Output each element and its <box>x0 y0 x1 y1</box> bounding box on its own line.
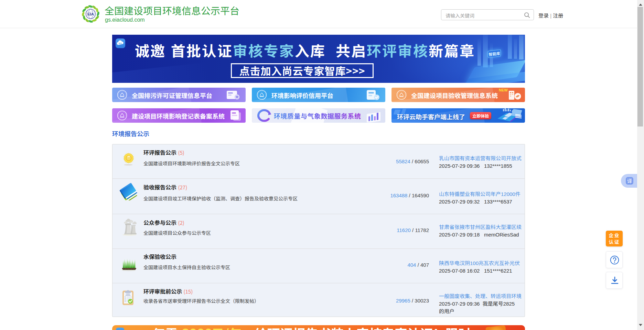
svg-text:EIA: EIA <box>119 42 122 44</box>
svg-text:EIA: EIA <box>87 12 94 16</box>
